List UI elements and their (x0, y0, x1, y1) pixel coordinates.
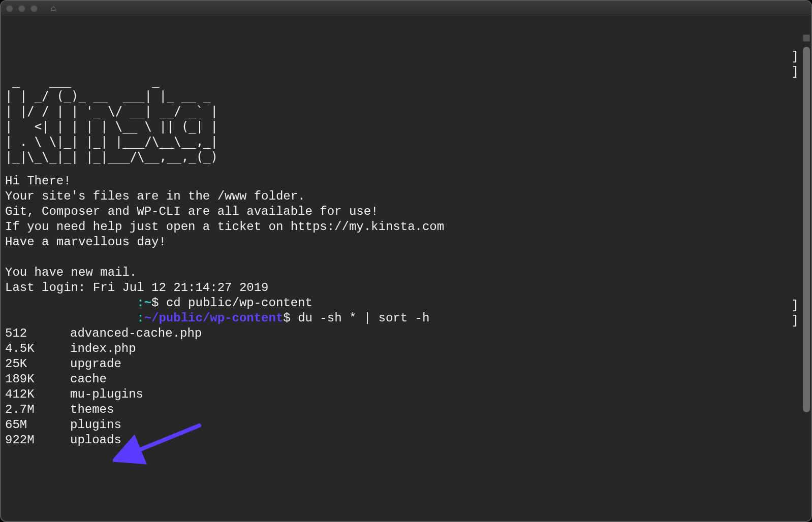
blank-line (5, 250, 807, 265)
motd-line: Git, Composer and WP-CLI are all availab… (5, 204, 807, 219)
command-text: cd public/wp-content (166, 296, 313, 311)
motd-line: Have a marvellous day! (5, 235, 807, 250)
prompt-line-1: :~ $ cd public/wp-content (5, 296, 807, 311)
list-item: 922Muploads (5, 433, 807, 448)
file-size: 2.7M (5, 402, 70, 417)
prompt-path: ~/public/wp-content (144, 311, 284, 326)
file-name: upgrade (70, 356, 121, 372)
list-item: 4.5Kindex.php (5, 341, 807, 356)
scrollbar-thumb[interactable] (803, 47, 810, 412)
file-size: 412K (5, 387, 70, 402)
terminal-body[interactable]: ] ] ] ] _ ___ _ | | _/ (_)_ __ ___| |_ _… (1, 16, 811, 521)
scroll-toggle-icon[interactable] (803, 35, 810, 42)
bracket-marker: ] (792, 314, 799, 328)
file-size: 189K (5, 372, 70, 387)
file-name: uploads (70, 433, 121, 448)
ascii-art-banner: _ ___ _ | | _/ (_)_ __ ___| |_ __ _ | |/… (5, 73, 807, 165)
file-name: index.php (70, 341, 136, 356)
file-name: mu-plugins (70, 387, 143, 402)
blank-line (5, 43, 807, 58)
zoom-icon[interactable] (30, 5, 38, 12)
minimize-icon[interactable] (18, 5, 25, 12)
du-listing: 512advanced-cache.php4.5Kindex.php25Kupg… (5, 326, 807, 448)
bracket-marker: ] (792, 299, 799, 312)
file-size: 922M (5, 433, 70, 448)
prompt-line-2: : ~/public/wp-content $ du -sh * | sort … (5, 311, 807, 326)
file-size: 4.5K (5, 341, 70, 356)
close-icon[interactable] (6, 5, 13, 12)
blank-line (5, 27, 807, 43)
motd-line: Your site's files are in the /www folder… (5, 189, 807, 204)
motd-line: Hi There! (5, 174, 807, 189)
list-item: 25Kupgrade (5, 356, 807, 372)
prompt-sigil: $ (151, 296, 166, 311)
terminal-window: ⌂ ] ] ] ] _ ___ _ | | _/ (_)_ __ ___| |_… (0, 0, 812, 522)
blank-line (5, 58, 807, 73)
file-name: cache (70, 372, 107, 387)
prompt-colon: : (137, 311, 144, 326)
file-size: 25K (5, 356, 70, 372)
file-size: 65M (5, 417, 70, 433)
prompt-sigil: $ (283, 311, 298, 326)
file-size: 512 (5, 326, 70, 341)
list-item: 512advanced-cache.php (5, 326, 807, 341)
blank-line (5, 169, 807, 174)
motd-line: If you need help just open a ticket on h… (5, 219, 807, 235)
file-name: plugins (70, 417, 121, 433)
home-icon: ⌂ (51, 4, 56, 13)
window-titlebar: ⌂ (1, 1, 811, 16)
list-item: 2.7Mthemes (5, 402, 807, 417)
list-item: 189Kcache (5, 372, 807, 387)
prompt-path: :~ (137, 296, 151, 311)
mail-notice: You have new mail. (5, 265, 807, 280)
file-name: advanced-cache.php (70, 326, 202, 341)
list-item: 412Kmu-plugins (5, 387, 807, 402)
command-text: du -sh * | sort -h (298, 311, 429, 326)
prompt-pad (5, 311, 137, 326)
last-login: Last login: Fri Jul 12 21:14:27 2019 (5, 280, 807, 296)
list-item: 65Mplugins (5, 417, 807, 433)
bracket-marker: ] (792, 50, 799, 63)
prompt-pad (5, 296, 137, 311)
file-name: themes (70, 402, 114, 417)
bracket-marker: ] (792, 65, 799, 79)
